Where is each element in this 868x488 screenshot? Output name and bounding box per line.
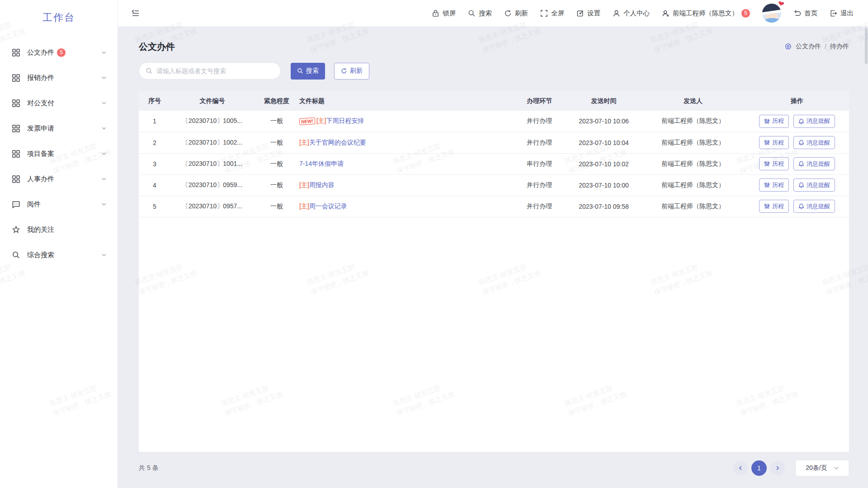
process-step: 并行办理 — [512, 132, 566, 153]
user-avatar[interactable]: ❤ — [762, 4, 781, 23]
sidebar-item-label: 阅件 — [27, 200, 41, 209]
history-button[interactable]: 历程 — [759, 157, 789, 170]
current-user[interactable]: 前端工程师（陈思文） 5 — [662, 9, 750, 18]
grid-icon — [12, 124, 20, 133]
doc-number: 〔20230710〕1005... — [170, 111, 254, 132]
topbar-action-label: 全屏 — [551, 9, 564, 18]
document-title-link[interactable]: 下周日程安排 — [326, 117, 364, 124]
document-title-link[interactable]: 周报内容 — [309, 181, 335, 188]
chevron-down-icon — [101, 100, 107, 106]
search-icon — [297, 68, 303, 74]
refresh-button[interactable]: 刷新 — [334, 63, 369, 80]
logout-icon — [830, 9, 837, 17]
sidebar-collapse-icon[interactable] — [131, 9, 140, 18]
tune-icon — [764, 161, 770, 167]
table-row: 4 〔20230710〕0959... 一般 [主]周报内容 并行办理 2023… — [139, 174, 849, 196]
breadcrumb-current: 待办件 — [830, 42, 849, 51]
sidebar-item-corporate-payment[interactable]: 对公支付 — [0, 90, 118, 116]
topbar-action-label: 刷新 — [515, 9, 528, 18]
sidebar-item-my-follows[interactable]: 我的关注 — [0, 217, 118, 242]
prev-page-button[interactable] — [733, 461, 748, 475]
tune-icon — [764, 118, 770, 124]
next-page-button[interactable] — [770, 461, 785, 475]
row-no: 1 — [139, 111, 170, 132]
row-no: 2 — [139, 132, 170, 153]
sidebar-item-label: 我的关注 — [27, 225, 54, 234]
main-copy-tag: [主] — [299, 202, 309, 210]
page-number-button[interactable]: 1 — [751, 460, 767, 476]
page-title: 公文办件 — [139, 41, 175, 53]
chevron-down-icon — [101, 202, 107, 207]
chevron-down-icon — [834, 465, 839, 471]
header-refresh-button[interactable]: 刷新 — [504, 9, 528, 18]
sender: 前端工程师（陈思文） — [641, 196, 745, 217]
sidebar-item-label: 公文办件 — [27, 48, 54, 57]
settings-button[interactable]: 设置 — [576, 9, 600, 18]
sidebar-item-hr-affairs[interactable]: 人事办件 — [0, 166, 118, 192]
message-reminder-button[interactable]: 消息提醒 — [793, 178, 835, 192]
col-actions: 操作 — [745, 91, 849, 111]
undo-home-icon — [793, 9, 801, 17]
search-button[interactable]: 搜索 — [291, 63, 325, 80]
breadcrumb-root[interactable]: 公文办件 — [796, 42, 821, 51]
content: 公文办件 公文办件 / 待办件 搜索 — [118, 27, 868, 488]
search-input[interactable] — [156, 67, 274, 75]
chevron-down-icon — [101, 252, 107, 258]
logout-button[interactable]: 退出 — [830, 9, 854, 18]
personal-center-button[interactable]: 个人中心 — [613, 9, 650, 18]
urgency: 一般 — [254, 196, 299, 217]
row-no: 5 — [139, 196, 170, 217]
app-root: 工作台 公文办件 5 报销办件 对公支付 发票申请 — [0, 0, 868, 488]
sidebar-item-global-search[interactable]: 综合搜索 — [0, 242, 118, 267]
home-button[interactable]: 首页 — [793, 9, 817, 18]
sender: 前端工程师（陈思文） — [641, 174, 745, 196]
sidebar-item-label: 报销办件 — [27, 74, 54, 82]
grid-icon — [12, 150, 20, 158]
table-footer: 共 5 条 1 20条/页 — [139, 459, 849, 477]
search-box — [139, 62, 281, 80]
content-header: 公文办件 公文办件 / 待办件 — [139, 40, 849, 53]
document-title-link[interactable]: 周一会议记录 — [309, 202, 347, 210]
page-size-select[interactable]: 20条/页 — [796, 460, 849, 476]
fullscreen-button[interactable]: 全屏 — [540, 9, 564, 18]
message-reminder-button[interactable]: 消息提醒 — [793, 157, 835, 170]
comment-icon — [12, 200, 20, 209]
document-title-link[interactable]: 7-14年休假申请 — [299, 160, 344, 167]
process-step: 串行办理 — [512, 153, 566, 174]
sidebar-item-invoice-request[interactable]: 发票申请 — [0, 116, 118, 141]
sender: 前端工程师（陈思文） — [641, 132, 745, 153]
message-reminder-button[interactable]: 消息提醒 — [793, 136, 835, 149]
bell-icon — [798, 161, 804, 167]
grid-icon — [12, 74, 20, 82]
refresh-icon — [504, 9, 512, 17]
sidebar-item-label: 综合搜索 — [27, 251, 54, 259]
sidebar-item-official-docs[interactable]: 公文办件 5 — [0, 40, 118, 65]
table-row: 2 〔20230710〕1002... 一般 [主]关于官网的会议纪要 并行办理… — [139, 132, 849, 153]
settings-icon — [576, 9, 584, 17]
history-button[interactable]: 历程 — [759, 136, 789, 149]
document-title-link[interactable]: 关于官网的会议纪要 — [309, 139, 366, 146]
tune-icon — [764, 182, 770, 188]
history-button[interactable]: 历程 — [759, 178, 789, 192]
header-search-button[interactable]: 搜索 — [468, 9, 492, 18]
search-icon — [146, 67, 153, 75]
sidebar-item-project-filing[interactable]: 项目备案 — [0, 141, 118, 166]
message-reminder-button[interactable]: 消息提醒 — [793, 115, 835, 128]
history-button[interactable]: 历程 — [759, 115, 789, 128]
sidebar-menu: 公文办件 5 报销办件 对公支付 发票申请 项目备案 — [0, 33, 118, 267]
main-copy-tag: [主] — [316, 117, 326, 124]
history-button[interactable]: 历程 — [759, 200, 789, 213]
scrollbar[interactable] — [865, 28, 868, 64]
breadcrumb: 公文办件 / 待办件 — [784, 42, 849, 51]
tune-icon — [764, 140, 770, 145]
message-reminder-button[interactable]: 消息提醒 — [793, 200, 835, 213]
chevron-right-icon — [775, 465, 780, 471]
main-area: 锁屏 搜索 刷新 全屏 设置 — [118, 0, 868, 488]
col-urgency: 紧急程度 — [254, 91, 299, 111]
lock-screen-button[interactable]: 锁屏 — [432, 9, 456, 18]
sidebar-item-reimbursement[interactable]: 报销办件 — [0, 65, 118, 90]
bell-icon — [798, 140, 804, 145]
documents-table-card: 序号 文件编号 紧急程度 文件标题 办理环节 发送时间 发送人 操作 1 — [139, 91, 849, 452]
sidebar-item-reading[interactable]: 阅件 — [0, 192, 118, 217]
topbar-action-label: 个人中心 — [623, 9, 650, 18]
